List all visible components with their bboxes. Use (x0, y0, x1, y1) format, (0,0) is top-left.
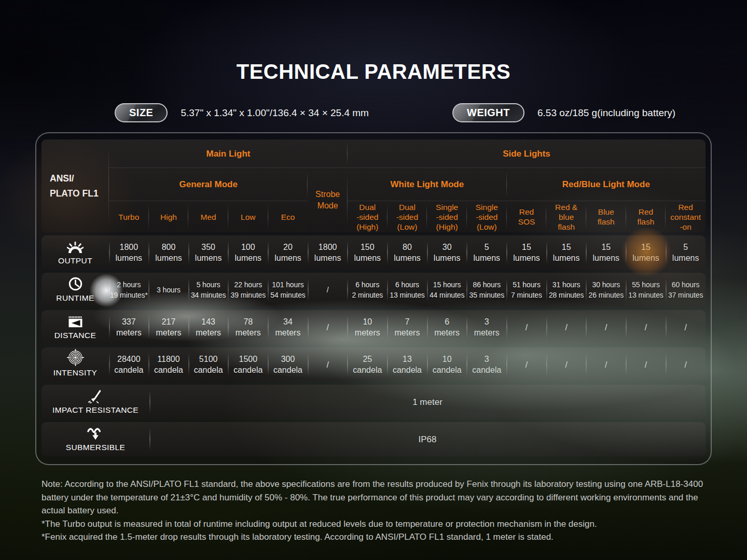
output-value-4: 20 lumens (268, 235, 308, 270)
output-value-13: 15 lumens (626, 235, 666, 270)
column-header-dual-sided-high: Dual -sided (High) (348, 201, 388, 232)
column-header-red-constant-on: Red constant -on (666, 201, 706, 232)
footnote-turbo: *The Turbo output is measured in total o… (42, 517, 707, 531)
intensity-value-14: / (666, 347, 706, 382)
column-header-turbo: Turbo (109, 201, 149, 232)
runtime-value-14: 60 hours 37 minutes (666, 273, 706, 307)
weight-badge: WEIGHT (452, 103, 524, 122)
submersible-label-cell: SUBMERSIBLE (42, 422, 149, 456)
distance-icon (67, 315, 84, 329)
intensity-value-8: 10 candela (427, 347, 467, 382)
column-header-med: Med (188, 201, 228, 232)
header-red-blue-light-mode: Red/Blue Light Mode (507, 168, 706, 201)
output-value-10: 15 lumens (507, 235, 547, 270)
distance-value-11: / (546, 310, 586, 344)
distance-label-cell: DISTANCE (42, 310, 109, 344)
runtime-value-2: 5 hours 34 minutes (188, 273, 228, 307)
output-value-2: 350 lumens (188, 235, 228, 270)
column-header-red-blue-flash: Red & blue flash (546, 201, 586, 232)
footnote-ansi: Note: According to the ANSI/PLATO FL1 st… (42, 478, 707, 517)
weight-spec: WEIGHT 6.53 oz/185 g(including battery) (452, 103, 675, 122)
intensity-value-5: / (308, 347, 348, 382)
intensity-value-9: 3 candela (467, 347, 507, 382)
output-label-cell: OUTPUT (42, 235, 109, 270)
column-header-high: High (149, 201, 189, 232)
table-header: ANSI/ PLATO FL1 Main Light Side Lights G… (42, 139, 706, 232)
runtime-value-11: 31 hours 28 minutes (546, 273, 586, 307)
runtime-value-10: 51 hours 7 minutes (507, 273, 547, 307)
impact-resistance-label: IMPACT RESISTANCE (52, 405, 139, 415)
distance-value-1: 217 meters (149, 310, 189, 344)
impact-icon (88, 389, 103, 403)
distance-value-13: / (626, 310, 666, 344)
distance-value-10: / (507, 310, 547, 344)
output-value-8: 30 lumens (427, 235, 467, 270)
output-value-5: 1800 lumens (308, 235, 348, 270)
distance-label: DISTANCE (54, 331, 96, 340)
output-value-0: 1800 lumens (109, 235, 149, 270)
header-main-light: Main Light (109, 139, 348, 168)
output-row: OUTPUT1800 lumens800 lumens350 lumens100… (42, 235, 706, 270)
submersible-row: SUBMERSIBLE IP68 (42, 422, 706, 456)
runtime-value-4: 101 hours 54 minutes (268, 273, 308, 307)
output-value-1: 800 lumens (149, 235, 189, 270)
distance-value-6: 10 meters (348, 310, 388, 344)
intensity-value-7: 13 candela (388, 347, 427, 382)
distance-value-5: / (308, 310, 348, 344)
standard-label-line1: ANSI/ (50, 171, 109, 186)
intensity-value-3: 1500 candela (228, 347, 268, 382)
header-side-lights: Side Lights (348, 139, 706, 168)
technical-parameters-table: ANSI/ PLATO FL1 Main Light Side Lights G… (35, 132, 712, 465)
output-value-12: 15 lumens (586, 235, 626, 270)
output-value-14: 5 lumens (666, 235, 706, 270)
size-value: 5.37" x 1.34" x 1.00"/136.4 × 34 × 25.4 … (181, 107, 368, 119)
distance-row: DISTANCE337 meters217 meters143 meters78… (42, 310, 706, 344)
output-value-11: 15 lumens (546, 235, 586, 270)
runtime-label-cell: RUNTIME (42, 273, 109, 307)
runtime-value-3: 22 hours 39 minutes (228, 273, 268, 307)
runtime-value-1: 3 hours (149, 273, 189, 307)
clock-icon (68, 277, 83, 291)
column-header-single-sided-low: Single -sided (Low) (467, 201, 507, 232)
distance-value-12: / (586, 310, 626, 344)
intensity-value-10: / (507, 347, 547, 382)
column-header-blue-flash: Blue flash (586, 201, 626, 232)
header-white-light-mode: White Light Mode (348, 168, 507, 201)
column-header-dual-sided-low: Dual -sided (Low) (388, 201, 427, 232)
runtime-value-9: 86 hours 35 minutes (467, 273, 507, 307)
intensity-value-13: / (626, 347, 666, 382)
size-spec: SIZE 5.37" x 1.34" x 1.00"/136.4 × 34 × … (115, 103, 369, 122)
runtime-value-13: 55 hours 13 minutes (626, 273, 666, 307)
impact-resistance-label-cell: IMPACT RESISTANCE (42, 385, 149, 419)
intensity-label-cell: INTENSITY (42, 347, 109, 382)
runtime-value-8: 15 hours 44 minutes (427, 273, 467, 307)
distance-value-14: / (666, 310, 706, 344)
output-value-9: 5 lumens (467, 235, 507, 270)
distance-value-0: 337 meters (109, 310, 149, 344)
runtime-label: RUNTIME (56, 293, 94, 303)
intensity-value-2: 5100 candela (188, 347, 228, 382)
runtime-value-5: / (308, 273, 348, 307)
intensity-icon (67, 352, 84, 366)
column-header-red-sos: Red SOS (507, 201, 547, 232)
distance-value-9: 3 meters (467, 310, 507, 344)
size-badge: SIZE (115, 103, 168, 122)
distance-value-3: 78 meters (228, 310, 268, 344)
output-label: OUTPUT (58, 256, 92, 265)
header-strobe-mode: Strobe Mode (308, 168, 348, 232)
standard-label-line2: PLATO FL1 (50, 186, 109, 201)
column-header-low: Low (228, 201, 268, 232)
page-title: TECHNICAL PARAMETERS (0, 60, 747, 83)
intensity-row: INTENSITY28400 candela11800 candela5100 … (42, 347, 706, 382)
submersible-icon (87, 427, 104, 441)
submersible-value: IP68 (149, 422, 706, 456)
intensity-value-6: 25 candela (348, 347, 388, 382)
header-general-mode: General Mode (109, 168, 308, 201)
submersible-label: SUBMERSIBLE (66, 443, 126, 452)
footnote-drop: *Fenix acquired the 1.5-meter drop resul… (42, 530, 707, 544)
distance-value-2: 143 meters (188, 310, 228, 344)
intensity-value-4: 300 candela (268, 347, 308, 382)
weight-badge-label: WEIGHT (467, 107, 510, 119)
output-value-3: 100 lumens (228, 235, 268, 270)
footnotes: Note: According to the ANSI/PLATO FL1 st… (42, 478, 707, 544)
